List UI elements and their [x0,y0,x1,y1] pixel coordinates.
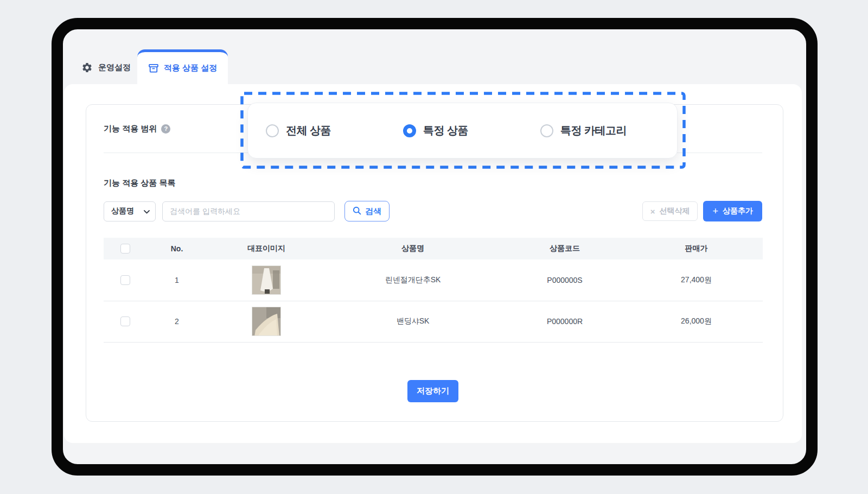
cell-code: P000000R [500,301,630,342]
select-value: 상품명 [111,206,134,216]
cell-name: 린넨절개단추SK [326,259,500,301]
product-list-title: 기능 적용 상품 목록 [104,178,762,188]
col-name: 상품명 [326,238,500,259]
col-code: 상품코드 [500,238,630,259]
cell-price: 27,400원 [630,259,763,301]
cell-name: 밴딩샤SK [326,301,500,342]
plus-icon: + [712,206,718,216]
cell-no: 1 [147,259,207,301]
delete-button-label: 선택삭제 [659,206,690,216]
cell-code: P000000S [500,259,630,301]
radio-selected-icon[interactable] [403,124,416,137]
tutorial-highlight: 전체 상품 특정 상품 특정 카테고리 [240,92,686,169]
add-button-label: 상품추가 [723,206,753,216]
cell-price: 26,000원 [630,301,763,342]
add-product-button[interactable]: + 상품추가 [703,201,762,221]
radio-specific-category[interactable]: 특정 카테고리 [540,123,627,138]
table-row: 2 [104,301,763,342]
select-all-checkbox[interactable] [120,244,130,254]
tab-operation-settings[interactable]: 운영설정 [74,50,138,84]
delete-selected-button[interactable]: × 선택삭제 [642,201,698,221]
row-checkbox[interactable] [120,275,130,285]
close-icon: × [650,207,655,216]
save-button[interactable]: 저장하기 [407,380,458,402]
gear-icon [81,62,93,73]
tab-applied-product-settings[interactable]: 적용 상품 설정 [137,49,228,84]
radio-label: 특정 카테고리 [560,123,627,138]
tab-bar: 운영설정 적용 상품 설정 [63,29,806,84]
tab-label: 적용 상품 설정 [164,63,217,73]
search-button[interactable]: 검색 [344,201,390,221]
device-frame: 운영설정 적용 상품 설정 기능 적용 범위 ? [52,18,818,476]
scope-label-text: 기능 적용 범위 [104,124,157,134]
radio-specific-products[interactable]: 특정 상품 [403,123,540,138]
search-input[interactable] [162,201,335,221]
col-image: 대표이미지 [207,238,326,259]
question-icon[interactable]: ? [161,124,170,134]
chevron-down-icon [144,207,150,216]
content-area: 기능 적용 범위 ? 전체 상품 [64,84,802,443]
radio-icon[interactable] [266,124,279,137]
radio-label: 특정 상품 [423,123,468,138]
radio-all-products[interactable]: 전체 상품 [266,123,403,138]
table-header-row: No. 대표이미지 상품명 상품코드 판매가 [104,238,763,259]
product-image [252,265,281,295]
tab-label: 운영설정 [98,62,131,73]
settings-panel: 기능 적용 범위 ? 전체 상품 [86,104,783,422]
table-row: 1 [104,259,763,301]
search-row: 상품명 검색 × 선택삭제 [104,201,762,221]
radio-label: 전체 상품 [286,123,331,138]
col-no: No. [147,238,207,259]
search-filter-select[interactable]: 상품명 [104,201,156,221]
row-checkbox[interactable] [120,316,130,326]
radio-icon[interactable] [540,124,553,137]
product-table: No. 대표이미지 상품명 상품코드 판매가 1 [104,238,763,343]
search-icon [353,206,361,217]
cell-no: 2 [147,301,207,342]
product-image [252,307,281,336]
scope-radio-group: 전체 상품 특정 상품 특정 카테고리 [247,103,678,159]
scope-label: 기능 적용 범위 ? [104,124,170,134]
col-price: 판매가 [630,238,763,259]
search-button-label: 검색 [365,206,381,217]
archive-icon [148,63,159,74]
